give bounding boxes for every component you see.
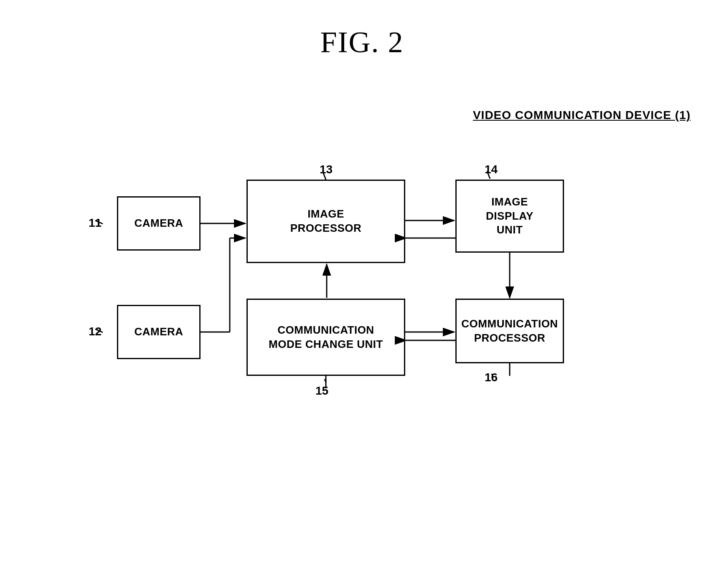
camera1-block: CAMERA (117, 196, 201, 251)
camera2-label: CAMERA (134, 325, 183, 339)
image-processor-block: IMAGE PROCESSOR (246, 180, 405, 263)
ref-12: 12 (89, 325, 102, 338)
device-label: VIDEO COMMUNICATION DEVICE (1) (473, 109, 691, 122)
svg-line-6 (325, 379, 326, 382)
page-title: FIG. 2 (0, 0, 724, 60)
ref-16: 16 (485, 371, 498, 384)
ref-14: 14 (485, 163, 498, 176)
image-display-label: IMAGE DISPLAY UNIT (486, 195, 533, 237)
ref-15: 15 (315, 384, 328, 398)
image-processor-label: IMAGE PROCESSOR (290, 207, 362, 236)
ref-11: 11 (89, 216, 102, 230)
comm-processor-label: COMMUNICATION PROCESSOR (461, 317, 558, 345)
comm-processor-block: COMMUNICATION PROCESSOR (455, 299, 564, 363)
image-display-block: IMAGE DISPLAY UNIT (455, 180, 564, 253)
comm-mode-change-label: COMMUNICATION MODE CHANGE UNIT (269, 323, 383, 352)
camera1-label: CAMERA (134, 216, 183, 231)
camera2-block: CAMERA (117, 305, 201, 359)
comm-mode-change-block: COMMUNICATION MODE CHANGE UNIT (246, 299, 405, 376)
ref-13: 13 (320, 163, 333, 176)
